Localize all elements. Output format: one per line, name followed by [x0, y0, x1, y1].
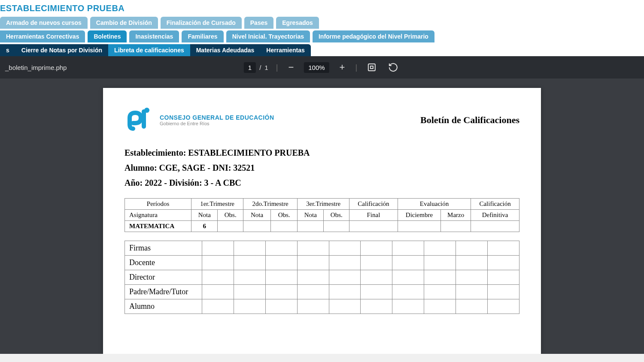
tab-finalizacion-cursado[interactable]: Finalización de Cursado — [161, 17, 242, 29]
cell-empty — [488, 299, 519, 314]
cell-empty — [424, 241, 456, 256]
cell-empty — [424, 285, 456, 299]
tab-nivel-inicial[interactable]: Nivel Inicial. Trayectorias — [226, 30, 310, 42]
doc-year-division: Año: 2022 - División: 3 - A CBC — [125, 178, 519, 188]
hdr-t2: 2do.Trimestre — [243, 199, 298, 210]
rotate-icon[interactable] — [386, 62, 400, 72]
tab-boletines[interactable]: Boletines — [88, 30, 127, 42]
hdr-t3: 3er.Trimestre — [298, 199, 349, 210]
subtab-herramientas[interactable]: Herramientas — [260, 44, 311, 56]
tab-armado-cursos[interactable]: Armado de nuevos cursos — [0, 17, 88, 29]
hdr-final: Final — [349, 210, 398, 221]
cell-empty — [329, 299, 361, 314]
doc-header: CONSEJO GENERAL DE EDUCACIÓN Gobierno de… — [125, 105, 519, 135]
doc-logo-area: CONSEJO GENERAL DE EDUCACIÓN Gobierno de… — [125, 105, 274, 135]
hdr-nota: Nota — [191, 210, 218, 221]
cell-empty — [456, 270, 488, 285]
cell-empty — [270, 221, 297, 232]
cell-empty — [265, 256, 297, 270]
tab-familiares[interactable]: Familiares — [182, 30, 223, 42]
cell-empty — [361, 241, 392, 256]
zoom-out-button[interactable]: − — [286, 62, 296, 73]
tab-cambio-division[interactable]: Cambio de División — [90, 17, 158, 29]
cell-empty — [424, 256, 456, 270]
cell-empty — [349, 221, 398, 232]
cell-empty — [202, 256, 234, 270]
cell-empty — [361, 299, 392, 314]
cell-empty — [265, 270, 297, 285]
pdf-document: CONSEJO GENERAL DE EDUCACIÓN Gobierno de… — [103, 88, 541, 354]
toolbar-divider: | — [355, 63, 357, 72]
tabs-row-1: Armado de nuevos cursos Cambio de Divisi… — [0, 17, 644, 30]
hdr-marzo: Marzo — [441, 210, 471, 221]
table-row: Asignatura Nota Obs. Nota Obs. Nota Obs.… — [125, 210, 519, 221]
subtab-materias-adeudadas[interactable]: Materias Adeudadas — [190, 44, 261, 56]
cell-empty — [265, 241, 297, 256]
cell-empty — [424, 299, 456, 314]
pdf-page-current[interactable]: 1 — [244, 62, 256, 73]
tab-herramientas-correctivas[interactable]: Herramientas Correctivas — [0, 30, 85, 42]
cell-empty — [297, 256, 329, 270]
cell-empty — [392, 299, 424, 314]
pdf-toolbar: _boletin_imprime.php 1 / 1 | − 100% + | — [0, 56, 644, 78]
svg-point-2 — [144, 108, 149, 113]
cell-empty — [234, 270, 265, 285]
table-row: Docente — [125, 256, 519, 270]
cell-empty — [297, 285, 329, 299]
tab-inasistencias[interactable]: Inasistencias — [129, 30, 179, 42]
pdf-page-sep: / — [258, 64, 263, 71]
tabs-row-3: s Cierre de Notas por División Libreta d… — [0, 44, 644, 56]
cell-t1-nota: 6 — [191, 221, 218, 232]
table-row: Firmas — [125, 241, 519, 256]
subtab-partial-left[interactable]: s — [0, 44, 15, 56]
cell-subject: MATEMATICA — [125, 221, 191, 232]
doc-title: Boletín de Calificaciones — [420, 115, 519, 126]
zoom-in-button[interactable]: + — [337, 62, 348, 73]
cell-empty — [392, 241, 424, 256]
pdf-page-area: CONSEJO GENERAL DE EDUCACIÓN Gobierno de… — [0, 78, 644, 354]
subtab-libreta-calificaciones[interactable]: Libreta de calificaciones — [108, 44, 190, 56]
cell-empty — [202, 270, 234, 285]
hdr-nota: Nota — [298, 210, 324, 221]
sig-director: Director — [125, 270, 202, 285]
cell-empty — [456, 285, 488, 299]
zoom-value[interactable]: 100% — [304, 62, 329, 73]
tab-informe-pedagogico[interactable]: Informe pedagógico del Nivel Primario — [313, 30, 434, 42]
cell-empty — [392, 285, 424, 299]
hdr-subject: Asignatura — [125, 210, 191, 221]
cell-empty — [234, 256, 265, 270]
cell-empty — [488, 241, 519, 256]
doc-establishment: Establecimiento: ESTABLECIMIENTO PRUEBA — [125, 148, 519, 158]
hdr-calif2: Calificación — [471, 199, 519, 210]
cell-empty — [234, 285, 265, 299]
hdr-obs: Obs. — [218, 210, 243, 221]
cell-empty — [298, 221, 324, 232]
svg-rect-0 — [368, 64, 375, 71]
hdr-eval: Evaluación — [398, 199, 471, 210]
cell-empty — [234, 299, 265, 314]
toolbar-divider: | — [276, 63, 278, 72]
sig-firmas: Firmas — [125, 241, 202, 256]
cell-empty — [202, 299, 234, 314]
hdr-def: Definitiva — [471, 210, 519, 221]
pdf-filename: _boletin_imprime.php — [5, 64, 67, 71]
pdf-toolbar-center: 1 / 1 | − 100% + | — [244, 62, 400, 73]
cell-empty — [361, 270, 392, 285]
tab-pases[interactable]: Pases — [244, 17, 273, 29]
hdr-obs: Obs. — [270, 210, 297, 221]
cell-empty — [243, 221, 271, 232]
fit-page-icon[interactable] — [365, 62, 379, 72]
subtab-cierre-notas[interactable]: Cierre de Notas por División — [15, 44, 108, 56]
hdr-dic: Diciembre — [398, 210, 440, 221]
hdr-periods: Períodos — [125, 199, 191, 210]
cell-empty — [329, 285, 361, 299]
hdr-t1: 1er.Trimestre — [191, 199, 243, 210]
tab-egresados[interactable]: Egresados — [276, 17, 319, 29]
cell-empty — [471, 221, 519, 232]
table-row: Padre/Madre/Tutor — [125, 285, 519, 299]
cell-empty — [329, 270, 361, 285]
table-row: Director — [125, 270, 519, 285]
cell-empty — [424, 270, 456, 285]
pdf-viewer: _boletin_imprime.php 1 / 1 | − 100% + | — [0, 56, 644, 354]
tabs-row-2: Herramientas Correctivas Boletines Inasi… — [0, 30, 644, 44]
